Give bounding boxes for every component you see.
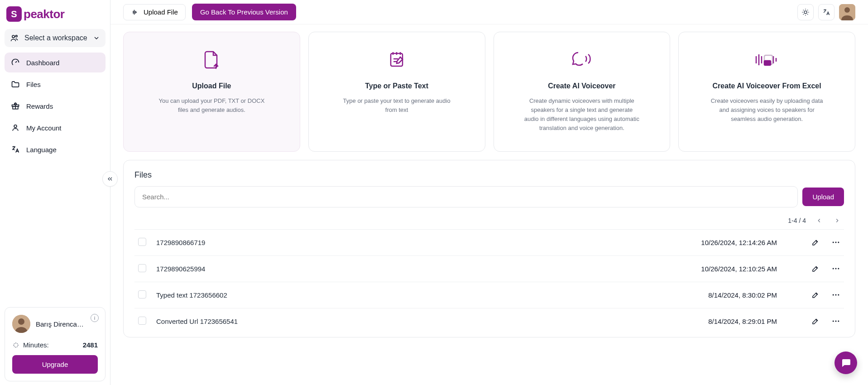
upload-file-button[interactable]: Upload File <box>123 4 186 20</box>
chat-fab[interactable] <box>834 351 857 374</box>
gauge-icon <box>11 58 20 67</box>
file-date: 8/14/2024, 8:30:02 PM <box>645 282 781 308</box>
sidebar-item-dashboard[interactable]: Dashboard <box>5 53 106 72</box>
sidebar-item-files[interactable]: Files <box>5 74 106 94</box>
sidebar-nav: Dashboard Files Rewards My Account <box>5 53 106 159</box>
svg-rect-25 <box>812 318 819 324</box>
language-toggle[interactable] <box>818 4 834 20</box>
sparkle-icon <box>12 342 19 349</box>
waveform-xls-icon: xls <box>751 50 783 69</box>
more-icon[interactable] <box>831 290 840 299</box>
action-cards: Upload File You can upload your PDF, TXT… <box>123 32 855 152</box>
minutes-label: Minutes: <box>23 341 49 349</box>
avatar[interactable] <box>839 4 855 20</box>
table-row[interactable]: Typed text 1723656602 8/14/2024, 8:30:02… <box>134 282 844 308</box>
table-row[interactable]: 1729890866719 10/26/2024, 12:14:26 AM <box>134 229 844 255</box>
edit-icon[interactable] <box>811 291 820 299</box>
file-date: 10/26/2024, 12:10:25 AM <box>645 255 781 282</box>
logo-mark: S <box>6 6 22 22</box>
file-upload-icon <box>202 50 221 69</box>
page-next[interactable] <box>832 216 842 226</box>
minutes-value: 2481 <box>83 341 98 349</box>
more-icon[interactable] <box>831 238 840 247</box>
card-title: Create AI Voiceover From Excel <box>713 82 821 90</box>
users-icon <box>10 34 19 43</box>
upgrade-button[interactable]: Upgrade <box>12 355 98 374</box>
svg-point-20 <box>838 268 839 270</box>
more-icon[interactable] <box>831 264 840 273</box>
edit-icon[interactable] <box>811 238 820 246</box>
svg-point-28 <box>838 321 839 322</box>
sidebar-item-language[interactable]: Language <box>5 140 106 159</box>
collapse-sidebar-button[interactable] <box>102 171 118 187</box>
pagination: 1-4 / 4 <box>134 216 842 226</box>
svg-point-19 <box>835 268 837 270</box>
svg-point-23 <box>835 294 837 296</box>
info-icon[interactable]: i <box>91 314 99 322</box>
user-icon <box>11 123 20 132</box>
svg-point-0 <box>12 35 14 38</box>
card-ai-voiceover-excel[interactable]: xls Create AI Voiceover From Excel Creat… <box>678 32 855 152</box>
svg-point-1 <box>15 35 17 37</box>
workspace-label: Select a workspace <box>24 34 87 42</box>
svg-point-4 <box>14 125 17 128</box>
svg-point-18 <box>833 268 834 270</box>
edit-icon[interactable] <box>811 317 820 325</box>
card-title: Upload File <box>192 82 231 90</box>
card-ai-voiceover[interactable]: Create AI Voiceover Create dynamic voice… <box>494 32 671 152</box>
svg-rect-21 <box>812 292 819 298</box>
sun-icon <box>801 8 810 16</box>
svg-rect-13 <box>812 239 819 245</box>
chat-icon <box>840 357 851 368</box>
folder-icon <box>11 80 20 89</box>
svg-point-6 <box>18 318 24 325</box>
svg-point-9 <box>844 7 850 13</box>
sidebar: S peaktor Select a workspace Dashboard <box>0 0 110 385</box>
translate-icon <box>11 145 20 154</box>
page-prev[interactable] <box>814 216 824 226</box>
row-checkbox[interactable] <box>138 238 146 246</box>
card-type-paste[interactable]: Type or Paste Text Type or paste your te… <box>308 32 485 152</box>
speaking-head-icon <box>570 50 594 69</box>
logo-text: peaktor <box>24 7 64 21</box>
row-checkbox[interactable] <box>138 290 146 298</box>
file-name: Typed text 1723656602 <box>153 282 645 308</box>
logo[interactable]: S peaktor <box>5 4 106 26</box>
sidebar-item-label: Files <box>26 81 41 88</box>
sidebar-item-account[interactable]: My Account <box>5 118 106 138</box>
sidebar-item-rewards[interactable]: Rewards <box>5 96 106 116</box>
file-name: 1729890625994 <box>153 255 645 282</box>
notepad-icon <box>388 50 406 69</box>
upload-button[interactable]: Upload <box>802 188 844 206</box>
table-row[interactable]: Converted Url 1723656541 8/14/2024, 8:29… <box>134 308 844 334</box>
sidebar-item-label: Dashboard <box>26 59 59 67</box>
row-checkbox[interactable] <box>138 317 146 325</box>
files-panel: Files Upload 1-4 / 4 172989086671 <box>123 160 855 337</box>
row-checkbox[interactable] <box>138 264 146 272</box>
files-table: 1729890866719 10/26/2024, 12:14:26 AM 17… <box>134 229 844 334</box>
svg-point-26 <box>833 321 834 322</box>
table-row[interactable]: 1729890625994 10/26/2024, 12:10:25 AM <box>134 255 844 282</box>
card-desc: Create dynamic voiceovers with multiple … <box>523 96 641 133</box>
sidebar-footer: Barış Direncan ... i Minutes: 2481 Upgra… <box>5 307 106 381</box>
theme-toggle[interactable] <box>797 4 814 20</box>
svg-point-7 <box>804 11 807 14</box>
go-back-button[interactable]: Go Back To Previous Version <box>192 4 296 20</box>
sidebar-item-label: My Account <box>26 124 62 132</box>
card-desc: Type or paste your text to generate audi… <box>338 96 456 115</box>
file-date: 8/14/2024, 8:29:01 PM <box>645 308 781 334</box>
svg-point-14 <box>833 242 834 243</box>
file-date: 10/26/2024, 12:14:26 AM <box>645 229 781 255</box>
svg-text:xls: xls <box>766 62 769 65</box>
card-desc: Create voiceovers easily by uploading da… <box>708 96 826 124</box>
waveform-icon <box>131 8 139 16</box>
translate-icon <box>822 8 830 16</box>
gift-icon <box>11 101 20 111</box>
more-icon[interactable] <box>831 317 840 326</box>
svg-point-15 <box>835 242 837 243</box>
search-input[interactable] <box>134 186 798 207</box>
workspace-selector[interactable]: Select a workspace <box>5 29 106 47</box>
card-upload-file[interactable]: Upload File You can upload your PDF, TXT… <box>123 32 300 152</box>
edit-icon[interactable] <box>811 265 820 273</box>
file-name: Converted Url 1723656541 <box>153 308 645 334</box>
